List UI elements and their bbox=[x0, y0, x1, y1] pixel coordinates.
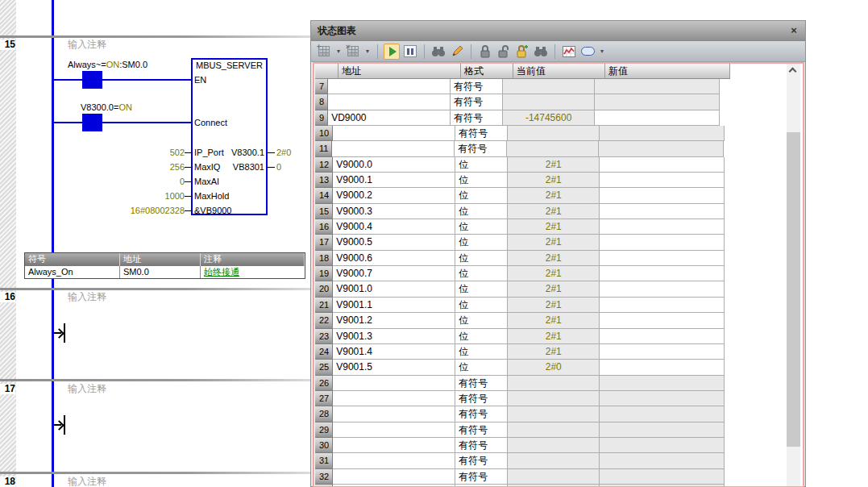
new-value-cell[interactable] bbox=[600, 157, 725, 173]
param-value-vb9000[interactable]: 16#08002328 bbox=[73, 206, 185, 215]
output-value-vb8301[interactable]: 0 bbox=[276, 162, 281, 172]
row-number-cell[interactable]: 13 bbox=[315, 173, 333, 188]
format-cell[interactable]: 有符号 bbox=[455, 453, 508, 468]
new-value-cell[interactable] bbox=[600, 126, 725, 141]
address-cell[interactable]: V9001.1 bbox=[333, 298, 455, 313]
row-number-cell[interactable]: 11 bbox=[315, 141, 332, 156]
delete-row-dropdown[interactable]: ▾ bbox=[363, 44, 372, 60]
scroll-up-icon[interactable] bbox=[789, 68, 797, 76]
new-value-cell[interactable] bbox=[600, 173, 725, 188]
address-tag-dropdown[interactable]: ▾ bbox=[598, 44, 606, 60]
row-number-cell[interactable]: 32 bbox=[315, 469, 333, 485]
address-cell[interactable]: V9001.0 bbox=[333, 281, 455, 297]
row-number-cell[interactable]: 25 bbox=[315, 360, 333, 375]
new-value-cell[interactable] bbox=[595, 79, 720, 94]
contact-2-energized[interactable] bbox=[85, 114, 100, 131]
row-number-cell[interactable]: 9 bbox=[315, 110, 328, 126]
row-number-cell[interactable]: 24 bbox=[315, 344, 333, 360]
row-number-cell[interactable]: 31 bbox=[315, 453, 333, 468]
row-number-cell[interactable]: 18 bbox=[315, 251, 333, 266]
address-cell[interactable]: V9000.7 bbox=[333, 266, 455, 281]
param-value-maxhold[interactable]: 1000 bbox=[73, 191, 185, 201]
new-value-cell[interactable] bbox=[600, 313, 725, 328]
address-cell[interactable] bbox=[333, 126, 455, 141]
row-number-cell[interactable]: 23 bbox=[315, 329, 333, 344]
new-value-column-header[interactable]: 新值 bbox=[605, 64, 730, 79]
read-forced-button[interactable] bbox=[533, 44, 549, 60]
row-number-cell[interactable]: 21 bbox=[315, 298, 333, 313]
format-cell[interactable]: 位 bbox=[455, 360, 508, 375]
output-value-v8300-1[interactable]: 2#0 bbox=[276, 148, 291, 157]
force-button[interactable] bbox=[477, 44, 493, 60]
format-cell[interactable]: 位 bbox=[455, 281, 508, 297]
address-cell[interactable] bbox=[333, 469, 455, 485]
new-value-cell[interactable] bbox=[600, 204, 725, 219]
address-cell[interactable]: V9000.1 bbox=[333, 173, 455, 188]
format-cell[interactable]: 有符号 bbox=[455, 469, 508, 485]
format-column-header[interactable]: 格式 bbox=[461, 64, 513, 79]
format-cell[interactable]: 位 bbox=[455, 266, 508, 281]
format-cell[interactable]: 位 bbox=[455, 298, 508, 313]
format-cell[interactable]: 位 bbox=[455, 344, 508, 360]
address-cell[interactable]: VD9000 bbox=[328, 110, 451, 126]
network-15-comment[interactable]: 输入注释 bbox=[68, 40, 106, 50]
new-value-cell[interactable] bbox=[600, 219, 725, 235]
format-cell[interactable]: 位 bbox=[455, 204, 508, 219]
insert-row-dropdown[interactable]: ▾ bbox=[334, 44, 343, 60]
format-cell[interactable]: 有符号 bbox=[455, 406, 508, 422]
row-number-cell[interactable]: 12 bbox=[315, 157, 333, 173]
insert-row-button[interactable]: + bbox=[316, 44, 332, 60]
address-cell[interactable] bbox=[332, 141, 455, 156]
force-all-button[interactable] bbox=[514, 44, 530, 60]
new-value-cell[interactable] bbox=[600, 376, 725, 391]
new-value-cell[interactable] bbox=[600, 469, 725, 485]
address-column-header[interactable]: 地址 bbox=[338, 64, 461, 79]
new-value-cell[interactable] bbox=[600, 438, 725, 453]
address-cell[interactable]: V9001.4 bbox=[333, 344, 455, 360]
contact-1-energized[interactable] bbox=[85, 71, 100, 89]
address-cell[interactable]: V9000.4 bbox=[333, 219, 455, 235]
address-cell[interactable]: V9001.2 bbox=[333, 313, 455, 328]
row-number-cell[interactable]: 15 bbox=[315, 204, 333, 219]
format-cell[interactable]: 有符号 bbox=[455, 126, 508, 141]
format-cell[interactable]: 有符号 bbox=[451, 110, 503, 126]
address-cell[interactable] bbox=[333, 422, 455, 438]
current-value-column-header[interactable]: 当前值 bbox=[513, 64, 605, 79]
format-cell[interactable]: 位 bbox=[455, 251, 508, 266]
row-number-cell[interactable]: 14 bbox=[315, 188, 333, 203]
format-cell[interactable]: 有符号 bbox=[455, 391, 508, 406]
write-all-button[interactable] bbox=[449, 44, 465, 60]
format-cell[interactable]: 位 bbox=[455, 173, 508, 188]
close-icon[interactable]: × bbox=[787, 24, 800, 37]
delete-row-button[interactable]: × bbox=[345, 44, 361, 60]
network-16-comment[interactable]: 输入注释 bbox=[68, 292, 106, 302]
row-number-cell[interactable]: 28 bbox=[315, 406, 333, 422]
new-value-cell[interactable] bbox=[600, 406, 725, 422]
param-value-maxiq[interactable]: 256 bbox=[73, 162, 185, 172]
param-value-maxai[interactable]: 0 bbox=[73, 177, 185, 186]
new-value-cell[interactable] bbox=[600, 344, 725, 360]
status-chart-titlebar[interactable]: 状态图表 × bbox=[311, 21, 805, 41]
format-cell[interactable]: 有符号 bbox=[455, 141, 507, 156]
unforce-button[interactable] bbox=[496, 44, 512, 60]
row-number-cell[interactable]: 8 bbox=[315, 94, 328, 110]
address-cell[interactable]: V9000.0 bbox=[333, 157, 455, 173]
row-number-cell[interactable]: 26 bbox=[315, 376, 333, 391]
network-17-comment[interactable]: 输入注释 bbox=[68, 384, 106, 394]
address-cell[interactable] bbox=[333, 376, 455, 391]
address-cell[interactable]: V9001.3 bbox=[333, 329, 455, 344]
new-value-cell[interactable] bbox=[600, 422, 725, 438]
new-value-cell[interactable] bbox=[600, 281, 725, 297]
address-cell[interactable]: V9000.6 bbox=[333, 251, 455, 266]
new-value-cell[interactable] bbox=[600, 329, 725, 344]
row-number-cell[interactable]: 20 bbox=[315, 281, 333, 297]
address-cell[interactable] bbox=[333, 453, 455, 468]
row-number-cell[interactable]: 30 bbox=[315, 438, 333, 453]
new-value-cell[interactable] bbox=[600, 453, 725, 468]
address-cell[interactable] bbox=[333, 391, 455, 406]
format-cell[interactable]: 位 bbox=[455, 219, 508, 235]
row-number-cell[interactable]: 19 bbox=[315, 266, 333, 281]
new-value-cell[interactable] bbox=[600, 360, 725, 375]
vertical-scrollbar[interactable] bbox=[787, 64, 800, 486]
format-cell[interactable]: 有符号 bbox=[455, 376, 508, 391]
